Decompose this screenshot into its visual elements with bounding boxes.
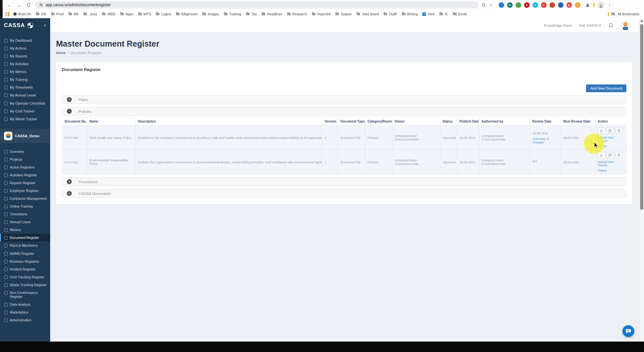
bookmark-item[interactable]: V M6 — [68, 12, 79, 16]
edit-button[interactable] — [607, 152, 614, 158]
download-button[interactable] — [598, 127, 605, 134]
bookmark-item[interactable]: V Headlines — [262, 12, 282, 16]
company-switcher[interactable]: CASSA_Demo — [0, 129, 50, 143]
extensions-puzzle-icon[interactable] — [586, 3, 590, 7]
extension-icon[interactable]: I — [575, 2, 580, 8]
sidebar-item[interactable]: SWMS Register — [0, 250, 50, 257]
upload-new-version-link[interactable]: Upload New Version — [598, 160, 624, 167]
bookmark-item[interactable]: V _links — [83, 12, 97, 16]
sidebar-item[interactable]: Business Registers — [0, 257, 50, 265]
sidebar-item[interactable]: Waste Tracking Register — [0, 281, 50, 289]
chat-widget-button[interactable] — [622, 325, 634, 337]
extension-icon[interactable]: S — [541, 2, 547, 8]
collapse-minus-icon[interactable]: − — [67, 109, 72, 114]
edit-button[interactable] — [607, 127, 614, 134]
sidebar-item[interactable]: My Activities — [0, 60, 50, 68]
download-button[interactable] — [598, 152, 605, 158]
reload-icon[interactable] — [25, 3, 32, 7]
bookmark-item[interactable]: V Jobs board — [357, 12, 379, 16]
history-link[interactable]: History — [598, 169, 624, 172]
sidebar-item[interactable]: Overview — [0, 148, 50, 155]
site-settings-icon[interactable] — [39, 3, 43, 7]
scrollbar-up-arrow[interactable] — [640, 20, 643, 22]
summary-of-changes-link[interactable]: Summary of changes — [532, 137, 558, 144]
sidebar-item[interactable]: Timesheets — [0, 210, 50, 218]
bookmark-item[interactable]: V Prod — [51, 12, 64, 16]
sidebar-item[interactable]: Cost Tracking Register — [0, 273, 50, 281]
sidebar-item[interactable]: Reports Register — [0, 179, 50, 187]
extension-icon[interactable]: p — [566, 2, 572, 8]
bookmark-item[interactable]: V Logins — [156, 12, 171, 16]
bookmark-item[interactable]: V Tau — [246, 12, 257, 16]
sidebar-item[interactable]: My Timesheets — [0, 83, 50, 91]
ask-saifely-link[interactable]: Ask SAiFELY — [579, 23, 601, 27]
browser-profile-avatar[interactable] — [598, 2, 604, 8]
accordion-policies[interactable]: − Policies — [62, 107, 626, 116]
delete-button[interactable] — [615, 127, 623, 134]
bookmark-item[interactable]: V Imported — [312, 12, 330, 16]
sidebar-item[interactable]: Administration — [0, 316, 50, 324]
all-bookmarks[interactable]: All Bookmarks — [608, 12, 639, 16]
sidebar-item[interactable]: Non-Conformance Register — [0, 289, 50, 301]
sidebar-item[interactable]: My Actions — [0, 44, 50, 52]
apps-grid-icon[interactable] — [5, 12, 6, 13]
bookmark-item[interactable]: V Vent — [422, 12, 434, 16]
bookmark-item[interactable]: V 2W — [36, 12, 46, 16]
bookmark-item[interactable]: V Writing — [402, 12, 417, 16]
bookmark-item[interactable]: V Research — [287, 12, 307, 16]
accordion-plans[interactable]: + Plans — [62, 95, 626, 104]
sidebar-item[interactable]: Projects — [0, 155, 50, 163]
extension-icon[interactable]: N — [507, 2, 513, 8]
delete-button[interactable] — [615, 152, 623, 158]
bookmark-item[interactable]: V OutR — [384, 12, 397, 16]
extension-icon[interactable] — [558, 2, 564, 8]
sidebar-item[interactable]: Action Registers — [0, 163, 50, 171]
bookmark-item[interactable]: V Apps — [120, 12, 133, 16]
add-new-document-button[interactable]: Add New Document — [586, 84, 626, 92]
bookmark-item[interactable]: V BAgencies — [176, 12, 198, 16]
expand-plus-icon[interactable]: + — [67, 179, 72, 184]
bookmark-item[interactable]: V Images — [202, 12, 219, 16]
bookmark-item[interactable]: V IC — [439, 12, 448, 16]
accordion-cassa-documents[interactable]: + CASSA Documents — [62, 189, 626, 198]
breadcrumb-home[interactable]: Home — [56, 51, 66, 55]
expand-plus-icon[interactable]: + — [67, 97, 72, 102]
sidebar-item[interactable]: My Annual Leave — [0, 91, 50, 99]
sidebar-item[interactable]: Marketplace — [0, 308, 50, 316]
bookmark-item[interactable]: V WTS — [138, 12, 151, 16]
sidebar-item[interactable]: Online Training — [0, 202, 50, 210]
extension-icon[interactable] — [549, 2, 555, 8]
sidebar-item[interactable]: Activities Register — [0, 171, 50, 179]
bookmark-item[interactable]: V WBD — [102, 12, 115, 16]
notifications-bell-icon[interactable] — [608, 23, 613, 28]
forward-icon[interactable]: → — [16, 2, 22, 8]
sidebar-item[interactable]: My Memos — [0, 68, 50, 76]
user-avatar[interactable] — [621, 21, 630, 30]
url-bar[interactable]: app.cassa.io/admin/documentregister — [35, 1, 478, 8]
sidebar-item[interactable]: My Reports — [0, 52, 50, 60]
sidebar-item[interactable]: Memos — [0, 226, 50, 234]
sidebar-item[interactable]: Plant & Machinery — [0, 242, 50, 249]
browser-menu-icon[interactable]: ⋮ — [607, 3, 612, 7]
history-link[interactable]: History — [598, 144, 624, 148]
bookmark-item[interactable]: V Swipes — [335, 12, 352, 16]
sidebar-item[interactable]: Document Register — [0, 234, 50, 242]
page-scrollbar[interactable] — [639, 18, 644, 342]
bookmark-item[interactable]: V Brain.fm — [13, 12, 31, 16]
sidebar-item[interactable]: My Training — [0, 76, 50, 83]
expand-plus-icon[interactable]: + — [67, 191, 72, 196]
sidebar-item[interactable]: My Dashboard — [0, 37, 50, 44]
bookmark-item[interactable]: V Training — [224, 12, 242, 16]
extension-icon[interactable] — [499, 2, 504, 8]
sidebar-item[interactable]: Annual Leave — [0, 218, 50, 226]
upload-new-version-link[interactable]: Upload New Version — [598, 136, 624, 142]
extension-icon[interactable]: V — [533, 2, 538, 8]
scrollbar-thumb[interactable] — [640, 24, 643, 210]
sidebar-item[interactable]: Employee Register — [0, 187, 50, 195]
extension-icon[interactable]: A — [524, 2, 530, 8]
accordion-procedures[interactable]: + Procedures — [62, 177, 626, 186]
bookmark-favicon-bar[interactable] — [8, 12, 9, 16]
sidebar-item[interactable]: Contractor Management — [0, 195, 50, 202]
sidebar-close-icon[interactable]: × — [44, 23, 46, 28]
back-icon[interactable]: ← — [6, 2, 12, 8]
